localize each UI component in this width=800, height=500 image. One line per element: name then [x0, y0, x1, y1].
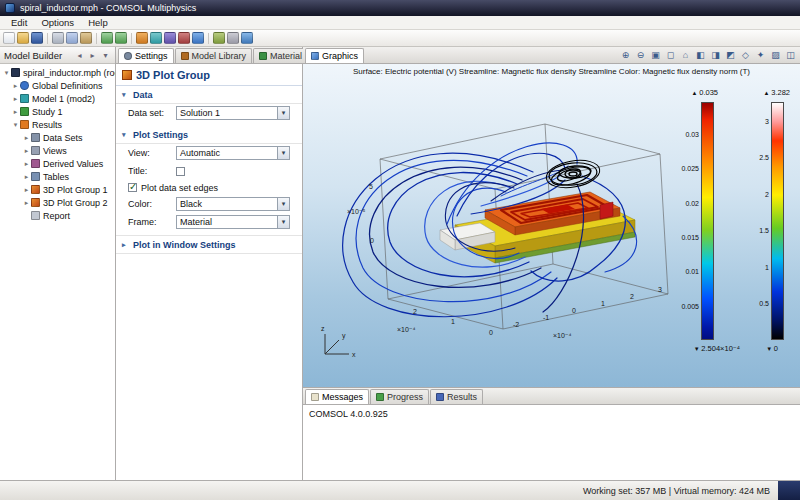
section-plot-in-window[interactable]: Plot in Window Settings	[116, 235, 302, 254]
expander-icon[interactable]	[11, 108, 20, 116]
title-bar[interactable]: spiral_inductor.mph - COMSOL Multiphysic…	[0, 0, 800, 16]
new-icon[interactable]	[3, 32, 15, 44]
plot-icon[interactable]	[192, 32, 204, 44]
image-icon[interactable]	[227, 32, 239, 44]
mesh-icon[interactable]	[150, 32, 162, 44]
tree-item-model-1[interactable]: Model 1 (mod2)	[0, 92, 115, 105]
streamline-colorbar-max: 3.282	[764, 88, 790, 97]
open-icon[interactable]	[17, 32, 29, 44]
tree-item-data-sets[interactable]: Data Sets	[0, 131, 115, 144]
view-xy-icon[interactable]	[694, 48, 707, 61]
expander-icon[interactable]	[22, 160, 31, 168]
tree-item-root[interactable]: spiral_inductor.mph (root)	[0, 66, 115, 79]
zoom-in-icon[interactable]	[619, 48, 632, 61]
tab-messages[interactable]: Messages	[305, 389, 369, 404]
view-yz-icon[interactable]	[709, 48, 722, 61]
study-icon[interactable]	[178, 32, 190, 44]
frame-row: Frame: Material	[116, 213, 302, 231]
model-tree: spiral_inductor.mph (root) Global Defini…	[0, 64, 115, 480]
plot-group-icon	[31, 198, 40, 207]
frame-select[interactable]: Material	[176, 215, 290, 229]
expander-icon[interactable]	[11, 95, 20, 103]
expander-icon[interactable]	[22, 134, 31, 142]
color-select[interactable]: Black	[176, 197, 290, 211]
expander-icon[interactable]	[22, 173, 31, 181]
menu-help[interactable]: Help	[81, 16, 115, 29]
zoom-extents-icon[interactable]	[649, 48, 662, 61]
redo-icon[interactable]	[115, 32, 127, 44]
transparency-icon[interactable]	[769, 48, 782, 61]
paste-icon[interactable]	[80, 32, 92, 44]
tab-label: Model Library	[192, 51, 247, 61]
plot-3d-scene[interactable]: -2 -1 0 1 2 3 ×10⁻⁴ 2 1 0 ×10⁻⁴ 5	[305, 80, 710, 378]
undo-icon[interactable]	[101, 32, 113, 44]
zoom-extents-icon[interactable]	[213, 32, 225, 44]
default-view-icon[interactable]	[679, 48, 692, 61]
window-title: spiral_inductor.mph - COMSOL Multiphysic…	[20, 3, 196, 13]
settings-tab-row: Settings Model Library Material Browser	[116, 47, 302, 64]
section-data[interactable]: Data	[116, 86, 302, 104]
streamline-colorbar-tick: 1.5	[759, 227, 769, 234]
tree-item-report[interactable]: Report	[0, 209, 115, 222]
forward-icon[interactable]: ▸	[87, 50, 98, 61]
tab-graphics[interactable]: Graphics	[305, 48, 364, 63]
svg-text:y: y	[342, 332, 346, 340]
snapshot-icon[interactable]	[784, 48, 797, 61]
back-icon[interactable]: ◂	[74, 50, 85, 61]
geometry-icon[interactable]	[136, 32, 148, 44]
title-checkbox[interactable]	[176, 167, 185, 176]
copy-icon[interactable]	[66, 32, 78, 44]
messages-icon	[311, 393, 319, 401]
tab-model-library[interactable]: Model Library	[175, 48, 253, 63]
expander-icon[interactable]	[11, 82, 20, 90]
zoom-box-icon[interactable]	[664, 48, 677, 61]
expander-icon[interactable]	[22, 186, 31, 194]
view-menu-icon[interactable]: ▾	[100, 50, 111, 61]
scene-light-icon[interactable]	[754, 48, 767, 61]
tree-item-global-definitions[interactable]: Global Definitions	[0, 79, 115, 92]
perspective-icon[interactable]	[739, 48, 752, 61]
svg-text:0: 0	[370, 237, 374, 244]
model-node-icon	[20, 94, 29, 103]
tree-item-study-1[interactable]: Study 1	[0, 105, 115, 118]
menu-edit[interactable]: Edit	[4, 16, 34, 29]
section-expander-icon	[122, 91, 130, 99]
plot-edges-checkbox[interactable]	[128, 183, 137, 192]
frame-value: Material	[180, 217, 212, 227]
compute-icon[interactable]	[164, 32, 176, 44]
svg-text:z: z	[321, 325, 325, 332]
tree-item-tables[interactable]: Tables	[0, 170, 115, 183]
view-row: View: Automatic	[116, 144, 302, 162]
menu-options[interactable]: Options	[34, 16, 81, 29]
tree-item-derived-values[interactable]: Derived Values	[0, 157, 115, 170]
help-icon[interactable]	[241, 32, 253, 44]
data-set-select[interactable]: Solution 1	[176, 106, 290, 120]
color-label: Color:	[128, 199, 172, 209]
graphics-icon	[311, 52, 319, 60]
tree-item-3d-plot-group-1[interactable]: 3D Plot Group 1	[0, 183, 115, 196]
tab-settings[interactable]: Settings	[118, 48, 174, 63]
title-row: Title:	[116, 162, 302, 180]
expander-icon[interactable]	[2, 69, 11, 77]
expander-icon[interactable]	[22, 199, 31, 207]
views-icon	[31, 146, 40, 155]
tab-results[interactable]: Results	[430, 389, 483, 404]
tree-item-3d-plot-group-2[interactable]: 3D Plot Group 2	[0, 196, 115, 209]
tree-item-views[interactable]: Views	[0, 144, 115, 157]
save-icon[interactable]	[31, 32, 43, 44]
tab-progress[interactable]: Progress	[370, 389, 429, 404]
expander-icon[interactable]	[11, 121, 20, 129]
expander-icon[interactable]	[22, 147, 31, 155]
plot-area[interactable]: Surface: Electric potential (V) Streamli…	[303, 64, 800, 387]
tree-item-label: 3D Plot Group 1	[43, 185, 108, 195]
section-plot-settings[interactable]: Plot Settings	[116, 126, 302, 144]
section-expander-icon	[122, 131, 130, 139]
plot-group-icon	[122, 70, 132, 80]
cut-icon[interactable]	[52, 32, 64, 44]
tree-item-results[interactable]: Results	[0, 118, 115, 131]
zoom-out-icon[interactable]	[634, 48, 647, 61]
view-zx-icon[interactable]	[724, 48, 737, 61]
messages-content[interactable]: COMSOL 4.0.0.925	[303, 405, 800, 480]
results-table-icon	[436, 393, 444, 401]
view-select[interactable]: Automatic	[176, 146, 290, 160]
